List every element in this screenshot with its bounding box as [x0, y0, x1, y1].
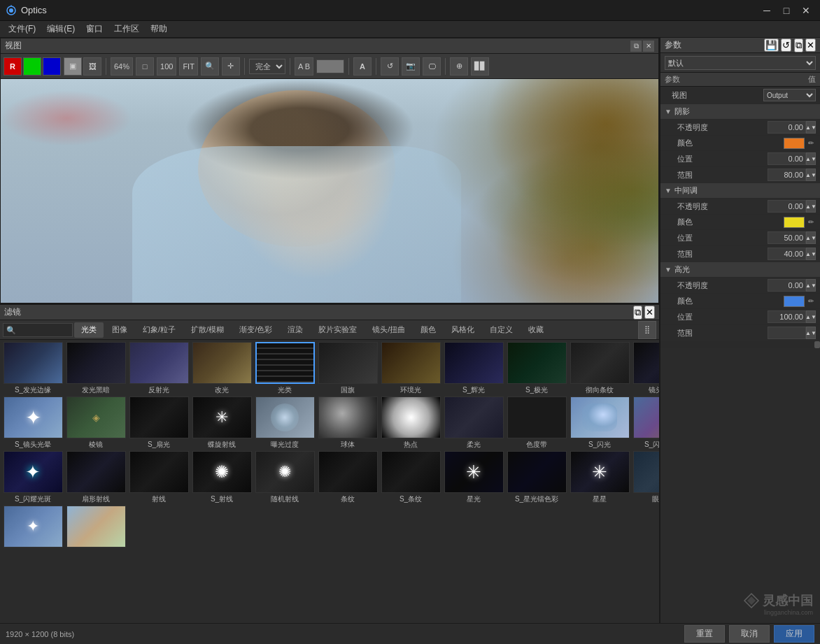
channel-g-button[interactable]	[23, 57, 41, 76]
shadow-color-edit[interactable]: ✏	[806, 138, 816, 149]
zoom-glass[interactable]: 🔍	[201, 57, 219, 76]
filter-extra1[interactable]: ✦	[2, 506, 64, 549]
filter-sray[interactable]: ✺ S_射线	[191, 451, 253, 504]
filter-random[interactable]: ✺ 随机射线	[254, 451, 316, 504]
pan-button[interactable]: ✛	[222, 57, 240, 76]
maximize-button[interactable]: □	[778, 3, 795, 17]
highlight-opacity-input[interactable]	[768, 279, 806, 292]
menu-workspace[interactable]: 工作区	[108, 22, 145, 36]
filter-scroll-area[interactable]: S_发光边缘 发光黑暗 反射光 改光	[0, 340, 659, 644]
filter-reverse[interactable]: 彻向条纹	[569, 342, 630, 395]
filter-sstripe[interactable]: S_条纹	[380, 451, 441, 504]
filter-reflect[interactable]: 反射光	[128, 342, 190, 395]
midtone-position-stepper[interactable]: ▲▼	[806, 231, 816, 244]
filter-grid-button[interactable]: ⣿	[638, 321, 656, 339]
filter-overexpose[interactable]: 曝光过度	[254, 396, 316, 450]
apply-button[interactable]: 应用	[774, 625, 814, 643]
filter-prism[interactable]: ◈ 棱镜	[65, 396, 127, 450]
filter-flag[interactable]: 国旗	[317, 342, 379, 395]
shadow-color-swatch[interactable]	[784, 138, 805, 149]
filter-tab-color[interactable]: 颜色	[413, 322, 443, 338]
midtone-opacity-stepper[interactable]: ▲▼	[806, 200, 816, 213]
filter-lensglow[interactable]: ✦ S_镜头光晕	[2, 396, 64, 450]
params-scroll[interactable]: 视图 Output Input ▼ 阴影 不透明度 ▲▼	[660, 87, 820, 630]
filter-tab-image[interactable]: 图像	[105, 322, 134, 338]
filter-colorband[interactable]: 色度带	[506, 396, 567, 450]
filter-ray[interactable]: 射线	[128, 451, 190, 504]
params-close-button[interactable]: ✕	[805, 38, 816, 52]
preset-select[interactable]: 默认	[665, 56, 816, 70]
highlight-color-edit[interactable]: ✏	[806, 296, 816, 307]
filter-tab-lens[interactable]: 镜头/扭曲	[365, 322, 412, 338]
crosshair-button[interactable]: ⊕	[450, 57, 468, 76]
histogram-button[interactable]: ▊▊	[471, 57, 489, 76]
filter-light[interactable]: 改光	[191, 342, 253, 395]
midtone-range-stepper[interactable]: ▲▼	[806, 248, 816, 260]
filter-tab-favorites[interactable]: 收藏	[521, 322, 551, 338]
menu-file[interactable]: 文件(F)	[3, 22, 41, 36]
filter-search-input[interactable]	[3, 323, 73, 337]
filter-eyeshine[interactable]: 眼神光	[632, 451, 659, 504]
menu-window[interactable]: 窗口	[80, 22, 108, 36]
param-view-select[interactable]: Output Input	[763, 89, 816, 101]
filter-tab-particle[interactable]: 幻象/粒子	[136, 322, 183, 338]
view-close-button[interactable]: ✕	[643, 41, 654, 52]
filter-lensflare[interactable]: 镜头光晕	[632, 342, 659, 395]
highlight-range-input[interactable]	[768, 327, 806, 339]
filter-tab-style[interactable]: 风格化	[444, 322, 481, 338]
filter-tab-film[interactable]: 胶片实验室	[311, 322, 364, 338]
midtone-position-input[interactable]	[768, 231, 806, 244]
filter-starlight[interactable]: ✳ 星光	[443, 451, 504, 504]
cancel-button[interactable]: 取消	[729, 625, 770, 643]
filter-spark[interactable]: ✦ S_闪耀光斑	[2, 451, 64, 504]
channel-rgb-button[interactable]: R	[3, 57, 22, 76]
filters-undock-button[interactable]: ⧉	[633, 306, 642, 320]
filter-glow-dark[interactable]: 发光黑暗	[65, 342, 127, 395]
reset-button[interactable]: 重置	[684, 625, 725, 643]
highlight-range-stepper[interactable]: ▲▼	[806, 327, 816, 339]
filter-ambient[interactable]: 环境光	[380, 342, 441, 395]
filter-softlight[interactable]: 柔光	[443, 396, 504, 450]
zoom-fit[interactable]: FIT	[179, 57, 198, 76]
type-button[interactable]: A	[353, 57, 372, 76]
channel-b-button[interactable]	[43, 57, 61, 76]
filter-starglow[interactable]: S_星光镭色彩	[506, 451, 567, 504]
ab-button[interactable]: A B	[295, 57, 313, 76]
image-button[interactable]: 🖼	[83, 57, 101, 76]
filters-close-button[interactable]: ✕	[644, 306, 655, 319]
filter-hotspot[interactable]: 热点	[380, 396, 441, 450]
view-mode-select[interactable]: 完全 A B	[249, 59, 285, 74]
midtone-color-edit[interactable]: ✏	[806, 217, 816, 228]
filter-fanlight[interactable]: S_扇光	[128, 396, 190, 450]
shadow-position-input[interactable]	[768, 152, 806, 165]
shadow-opacity-input[interactable]	[768, 121, 806, 134]
params-reset-button[interactable]: ↺	[781, 38, 791, 52]
filter-starburst[interactable]: ✳ 蝶旋射线	[191, 396, 253, 450]
menu-help[interactable]: 帮助	[145, 22, 173, 36]
zoom-display[interactable]: 64%	[111, 57, 133, 76]
midtone-range-input[interactable]	[768, 248, 806, 260]
filter-flash[interactable]: S_闪光	[569, 396, 630, 450]
filter-shine[interactable]: S_辉光	[443, 342, 504, 395]
zoom-box[interactable]: □	[136, 57, 154, 76]
fullscreen-button[interactable]: 🖵	[423, 57, 441, 76]
highlight-position-stepper[interactable]: ▲▼	[806, 310, 816, 323]
grey-button[interactable]: ▣	[64, 57, 82, 76]
filter-aurora[interactable]: S_极光	[506, 342, 567, 395]
reset-view[interactable]: ↺	[381, 57, 399, 76]
filter-tab-render[interactable]: 渲染	[281, 322, 310, 338]
highlight-position-input[interactable]	[768, 310, 806, 323]
view-undock-button[interactable]: ⧉	[630, 41, 642, 52]
midtone-color-swatch[interactable]	[784, 217, 805, 228]
midtone-opacity-input[interactable]	[768, 200, 806, 213]
filter-starbright[interactable]: ✳ 星星	[569, 451, 630, 504]
filter-lighttype[interactable]: 光类	[254, 342, 316, 395]
filter-extra2[interactable]	[65, 506, 127, 549]
minimize-button[interactable]: ─	[758, 3, 775, 17]
filter-tab-blur[interactable]: 扩散/模糊	[184, 322, 231, 338]
snapshot-button[interactable]: 📷	[402, 57, 420, 76]
highlight-opacity-stepper[interactable]: ▲▼	[806, 279, 816, 292]
filter-glow-edge[interactable]: S_发光边缘	[2, 342, 64, 395]
shadow-range-stepper[interactable]: ▲▼	[806, 169, 816, 181]
shadow-opacity-stepper[interactable]: ▲▼	[806, 121, 816, 134]
